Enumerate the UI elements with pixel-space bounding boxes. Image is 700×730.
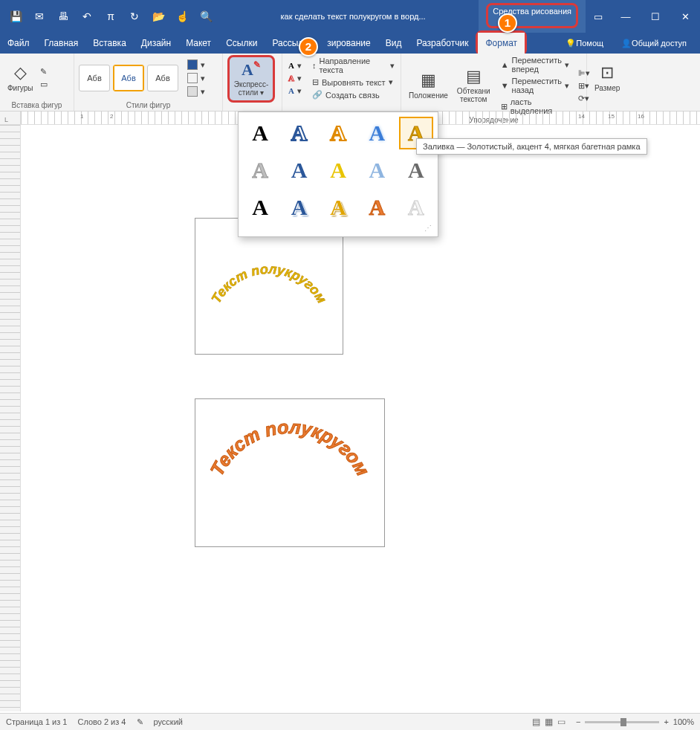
shape-fill-button[interactable]: ▾ (186, 59, 207, 71)
minimize-button[interactable]: — (611, 0, 641, 33)
edit-shape-icon[interactable]: ✎ (39, 66, 49, 77)
create-link-button[interactable]: 🔗 Создать связь (311, 89, 396, 100)
maximize-button[interactable]: ☐ (641, 0, 670, 33)
text-effects-button[interactable]: A▾ (287, 85, 303, 97)
text-direction-label: Направление текста (319, 56, 387, 74)
pi-icon[interactable]: π (104, 10, 117, 23)
tab-references[interactable]: Ссылки (218, 33, 265, 54)
size-icon: ⊡ (600, 64, 614, 82)
group-shape-styles: Стили фигур (79, 101, 218, 111)
touch-icon[interactable]: ☝ (175, 10, 189, 23)
close-button[interactable]: ✕ (670, 0, 700, 33)
position-button[interactable]: ▦ Положение (406, 70, 451, 100)
size-label: Размер (594, 84, 620, 92)
read-mode-icon[interactable]: ▤ (532, 717, 540, 727)
document-title: как сделать текст полукругом в ворд... (221, 12, 477, 21)
shapes-icon: ◇ (14, 64, 27, 82)
text-direction-button[interactable]: ↕ Направление текста ▾ (311, 56, 396, 75)
wrap-text-button[interactable]: ▤ Обтекани текстом (454, 66, 493, 105)
wordart-style-8[interactable]: A (321, 154, 355, 187)
tab-design[interactable]: Дизайн (134, 33, 178, 54)
status-words[interactable]: Слово 2 из 4 (77, 717, 126, 726)
annotation-badge-2: 2 (299, 37, 318, 56)
wordart-style-13[interactable]: A (321, 191, 355, 224)
save-icon[interactable]: 💾 (9, 10, 22, 23)
wordart-style-10[interactable]: A (399, 154, 433, 187)
vertical-ruler[interactable] (0, 125, 21, 711)
undo-icon[interactable]: ↶ (80, 10, 94, 23)
svg-text:Текст полукругом: Текст полукругом (208, 262, 329, 306)
tab-view[interactable]: Вид (378, 33, 409, 54)
zoom-in-button[interactable]: + (664, 717, 668, 726)
wordart-style-7[interactable]: A (282, 154, 316, 187)
wordart-arch-2: Текст полукругом (201, 413, 379, 532)
zoom-thumb[interactable] (620, 718, 626, 726)
shape-style-1[interactable]: Абв (79, 65, 110, 91)
text-fill-button[interactable]: A▾ (287, 60, 303, 71)
tab-layout[interactable]: Макет (178, 33, 218, 54)
express-label-2: стили ▾ (239, 88, 264, 97)
shape-style-gallery[interactable]: Абв Абв Абв (79, 65, 178, 91)
tab-developer[interactable]: Разработчик (409, 33, 476, 54)
web-layout-icon[interactable]: ▭ (557, 717, 565, 727)
text-box-icon[interactable]: ▭ (39, 79, 49, 90)
wordart-style-9[interactable]: A (360, 154, 394, 187)
view-mode-buttons: ▤ ▦ ▭ (532, 717, 565, 727)
tab-file[interactable]: Файл (0, 33, 37, 54)
print-layout-icon[interactable]: ▦ (545, 717, 553, 727)
open-icon[interactable]: 📂 (152, 10, 165, 23)
contextual-tab-group: Средства рисования (479, 0, 586, 33)
wordart-style-1[interactable]: A (243, 117, 277, 149)
shape-outline-button[interactable]: ▾ (186, 72, 207, 84)
tab-review[interactable]: зирование (320, 33, 377, 54)
ribbon: ◇ Фигуры ✎ ▭ Вставка фигур Абв Абв Абв ▾… (0, 54, 700, 112)
mail-icon[interactable]: ✉ (33, 10, 46, 23)
zoom-out-button[interactable]: − (576, 717, 580, 726)
textbox-2[interactable]: Текст полукругом (195, 398, 385, 547)
status-bar: Страница 1 из 1 Слово 2 из 4 ✎ русский ▤… (0, 713, 700, 730)
express-label-1: Экспресс- (234, 80, 269, 88)
ruler-corner: L (0, 112, 21, 124)
tab-home[interactable]: Главная (37, 33, 86, 54)
textbox-1[interactable]: Текст полукругом (195, 218, 343, 355)
preview-icon[interactable]: 🔍 (199, 10, 213, 23)
status-language[interactable]: русский (154, 717, 183, 726)
status-page[interactable]: Страница 1 из 1 (6, 717, 67, 726)
wordart-style-gallery[interactable]: A A A A A A A A A A A A A A A ⋰ (238, 112, 438, 237)
redo-icon[interactable]: ↻ (128, 10, 141, 23)
wordart-style-3[interactable]: A (321, 117, 355, 149)
shape-style-3[interactable]: Абв (147, 65, 178, 91)
express-styles-button[interactable]: A✎ Экспресс- стили ▾ (227, 55, 275, 103)
status-proofing-icon[interactable]: ✎ (137, 717, 143, 727)
share-button[interactable]: 👤 Общий доступ (614, 33, 694, 54)
shapes-label: Фигуры (7, 84, 33, 92)
wordart-style-15[interactable]: A (399, 191, 433, 224)
wordart-style-14[interactable]: A (360, 191, 394, 224)
print-icon[interactable]: 🖶 (56, 10, 70, 23)
zoom-level[interactable]: 100% (673, 717, 694, 726)
tell-me-label: Помощ (576, 39, 603, 48)
shape-style-2[interactable]: Абв (113, 65, 144, 91)
svg-text:Текст полукругом: Текст полукругом (206, 416, 374, 479)
text-outline-button[interactable]: A▾ (287, 73, 303, 84)
wordart-style-12[interactable]: A (282, 191, 316, 224)
ribbon-options-icon[interactable]: ▭ (586, 0, 611, 33)
wordart-style-11[interactable]: A (243, 191, 277, 224)
send-back-button[interactable]: ▼ Переместить назад ▾ (499, 76, 571, 95)
wordart-style-4[interactable]: A (360, 117, 394, 149)
tab-insert[interactable]: Вставка (85, 33, 134, 54)
align-text-label: Выровнять текст (322, 78, 386, 87)
wordart-style-2[interactable]: A (282, 117, 316, 149)
align-text-button[interactable]: ⊟ Выровнять текст ▾ (311, 77, 396, 88)
bring-forward-button[interactable]: ▲ Переместить вперед ▾ (499, 55, 571, 74)
tell-me[interactable]: 💡 Помощ (558, 33, 611, 54)
shape-effects-button[interactable]: ▾ (186, 85, 207, 97)
size-button[interactable]: ⊡ Размер (592, 62, 623, 93)
wrap-icon: ▤ (466, 68, 482, 85)
shapes-button[interactable]: ◇ Фигуры (4, 62, 36, 93)
zoom-slider[interactable] (585, 721, 659, 723)
gallery-resize-handle[interactable]: ⋰ (243, 224, 433, 232)
ribbon-tabs: Файл Главная Вставка Дизайн Макет Ссылки… (0, 33, 700, 54)
wordart-style-6[interactable]: A (243, 154, 277, 187)
tab-format[interactable]: Формат (478, 33, 525, 54)
